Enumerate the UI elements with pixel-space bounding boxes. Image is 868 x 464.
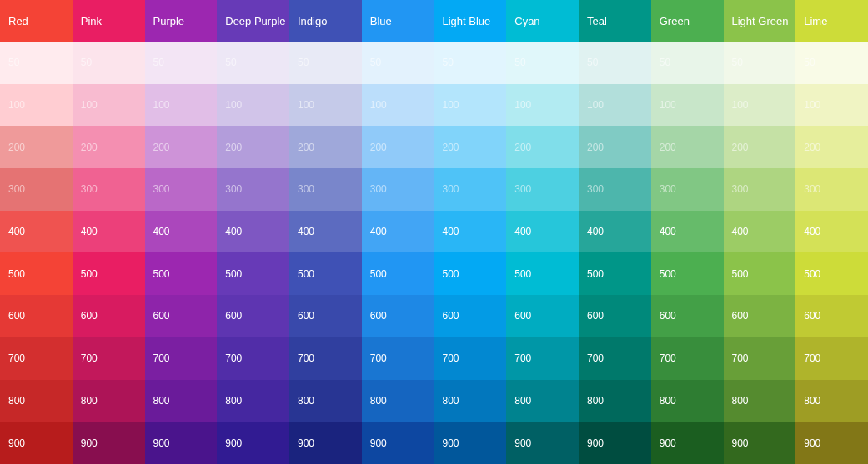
swatch-indigo-400[interactable]: 400 bbox=[289, 211, 362, 253]
swatch-teal-900[interactable]: 900 bbox=[579, 422, 651, 464]
swatch-red-500[interactable]: 500 bbox=[0, 252, 73, 295]
swatch-teal-700[interactable]: 700 bbox=[579, 337, 651, 380]
swatch-deep-purple-600[interactable]: 600 bbox=[217, 295, 289, 337]
swatch-teal-500[interactable]: 500 bbox=[579, 252, 651, 295]
swatch-lime-800[interactable]: 800 bbox=[795, 380, 868, 422]
swatch-cyan-100[interactable]: 100 bbox=[506, 84, 579, 127]
swatch-green-900[interactable]: 900 bbox=[651, 422, 724, 464]
swatch-blue-50[interactable]: 50 bbox=[362, 42, 434, 84]
swatch-green-200[interactable]: 200 bbox=[651, 126, 724, 168]
color-header-blue[interactable]: Blue bbox=[362, 0, 434, 42]
color-header-deep-purple[interactable]: Deep Purple bbox=[217, 0, 289, 42]
swatch-purple-300[interactable]: 300 bbox=[145, 168, 218, 211]
swatch-blue-400[interactable]: 400 bbox=[362, 211, 434, 253]
swatch-green-700[interactable]: 700 bbox=[651, 337, 724, 380]
swatch-red-200[interactable]: 200 bbox=[0, 126, 73, 168]
swatch-pink-900[interactable]: 900 bbox=[73, 422, 145, 464]
swatch-cyan-400[interactable]: 400 bbox=[506, 211, 579, 253]
swatch-lime-400[interactable]: 400 bbox=[795, 211, 868, 253]
swatch-indigo-700[interactable]: 700 bbox=[289, 337, 362, 380]
swatch-blue-200[interactable]: 200 bbox=[362, 126, 434, 168]
color-header-green[interactable]: Green bbox=[651, 0, 724, 42]
color-header-light-blue[interactable]: Light Blue bbox=[434, 0, 507, 42]
swatch-red-800[interactable]: 800 bbox=[0, 380, 73, 422]
swatch-purple-800[interactable]: 800 bbox=[145, 380, 218, 422]
swatch-light-blue-600[interactable]: 600 bbox=[434, 295, 507, 337]
swatch-purple-600[interactable]: 600 bbox=[145, 295, 218, 337]
swatch-light-green-500[interactable]: 500 bbox=[724, 252, 796, 295]
swatch-deep-purple-700[interactable]: 700 bbox=[217, 337, 289, 380]
color-header-red[interactable]: Red bbox=[0, 0, 73, 42]
swatch-cyan-500[interactable]: 500 bbox=[506, 252, 579, 295]
swatch-blue-700[interactable]: 700 bbox=[362, 337, 434, 380]
swatch-green-800[interactable]: 800 bbox=[651, 380, 724, 422]
swatch-red-900[interactable]: 900 bbox=[0, 422, 73, 464]
swatch-light-blue-400[interactable]: 400 bbox=[434, 211, 507, 253]
swatch-blue-500[interactable]: 500 bbox=[362, 252, 434, 295]
swatch-pink-50[interactable]: 50 bbox=[73, 42, 145, 84]
swatch-pink-600[interactable]: 600 bbox=[73, 295, 145, 337]
swatch-green-400[interactable]: 400 bbox=[651, 211, 724, 253]
swatch-indigo-600[interactable]: 600 bbox=[289, 295, 362, 337]
swatch-red-100[interactable]: 100 bbox=[0, 84, 73, 127]
swatch-indigo-500[interactable]: 500 bbox=[289, 252, 362, 295]
swatch-pink-200[interactable]: 200 bbox=[73, 126, 145, 168]
swatch-blue-800[interactable]: 800 bbox=[362, 380, 434, 422]
swatch-indigo-900[interactable]: 900 bbox=[289, 422, 362, 464]
swatch-purple-100[interactable]: 100 bbox=[145, 84, 218, 127]
swatch-light-blue-300[interactable]: 300 bbox=[434, 168, 507, 211]
swatch-cyan-600[interactable]: 600 bbox=[506, 295, 579, 337]
swatch-light-green-50[interactable]: 50 bbox=[724, 42, 796, 84]
swatch-red-50[interactable]: 50 bbox=[0, 42, 73, 84]
swatch-green-500[interactable]: 500 bbox=[651, 252, 724, 295]
swatch-pink-400[interactable]: 400 bbox=[73, 211, 145, 253]
color-header-lime[interactable]: Lime bbox=[795, 0, 868, 42]
swatch-pink-700[interactable]: 700 bbox=[73, 337, 145, 380]
swatch-red-300[interactable]: 300 bbox=[0, 168, 73, 211]
swatch-indigo-200[interactable]: 200 bbox=[289, 126, 362, 168]
swatch-teal-600[interactable]: 600 bbox=[579, 295, 651, 337]
swatch-red-700[interactable]: 700 bbox=[0, 337, 73, 380]
swatch-blue-300[interactable]: 300 bbox=[362, 168, 434, 211]
swatch-light-blue-800[interactable]: 800 bbox=[434, 380, 507, 422]
swatch-deep-purple-400[interactable]: 400 bbox=[217, 211, 289, 253]
swatch-indigo-800[interactable]: 800 bbox=[289, 380, 362, 422]
swatch-pink-100[interactable]: 100 bbox=[73, 84, 145, 127]
swatch-pink-300[interactable]: 300 bbox=[73, 168, 145, 211]
swatch-light-green-600[interactable]: 600 bbox=[724, 295, 796, 337]
swatch-purple-50[interactable]: 50 bbox=[145, 42, 218, 84]
swatch-lime-500[interactable]: 500 bbox=[795, 252, 868, 295]
swatch-purple-900[interactable]: 900 bbox=[145, 422, 218, 464]
swatch-pink-800[interactable]: 800 bbox=[73, 380, 145, 422]
swatch-teal-50[interactable]: 50 bbox=[579, 42, 651, 84]
swatch-lime-700[interactable]: 700 bbox=[795, 337, 868, 380]
swatch-cyan-900[interactable]: 900 bbox=[506, 422, 579, 464]
swatch-green-300[interactable]: 300 bbox=[651, 168, 724, 211]
swatch-teal-800[interactable]: 800 bbox=[579, 380, 651, 422]
swatch-cyan-800[interactable]: 800 bbox=[506, 380, 579, 422]
swatch-deep-purple-900[interactable]: 900 bbox=[217, 422, 289, 464]
swatch-light-green-700[interactable]: 700 bbox=[724, 337, 796, 380]
swatch-lime-200[interactable]: 200 bbox=[795, 126, 868, 168]
swatch-deep-purple-500[interactable]: 500 bbox=[217, 252, 289, 295]
swatch-cyan-50[interactable]: 50 bbox=[506, 42, 579, 84]
swatch-teal-400[interactable]: 400 bbox=[579, 211, 651, 253]
swatch-light-green-200[interactable]: 200 bbox=[724, 126, 796, 168]
swatch-light-blue-500[interactable]: 500 bbox=[434, 252, 507, 295]
swatch-teal-300[interactable]: 300 bbox=[579, 168, 651, 211]
swatch-purple-500[interactable]: 500 bbox=[145, 252, 218, 295]
color-header-pink[interactable]: Pink bbox=[73, 0, 145, 42]
swatch-indigo-300[interactable]: 300 bbox=[289, 168, 362, 211]
swatch-light-green-100[interactable]: 100 bbox=[724, 84, 796, 127]
swatch-light-blue-200[interactable]: 200 bbox=[434, 126, 507, 168]
swatch-lime-600[interactable]: 600 bbox=[795, 295, 868, 337]
swatch-light-green-900[interactable]: 900 bbox=[724, 422, 796, 464]
swatch-cyan-700[interactable]: 700 bbox=[506, 337, 579, 380]
swatch-deep-purple-50[interactable]: 50 bbox=[217, 42, 289, 84]
swatch-teal-100[interactable]: 100 bbox=[579, 84, 651, 127]
swatch-green-600[interactable]: 600 bbox=[651, 295, 724, 337]
swatch-light-blue-900[interactable]: 900 bbox=[434, 422, 507, 464]
swatch-green-50[interactable]: 50 bbox=[651, 42, 724, 84]
swatch-green-100[interactable]: 100 bbox=[651, 84, 724, 127]
swatch-lime-50[interactable]: 50 bbox=[795, 42, 868, 84]
